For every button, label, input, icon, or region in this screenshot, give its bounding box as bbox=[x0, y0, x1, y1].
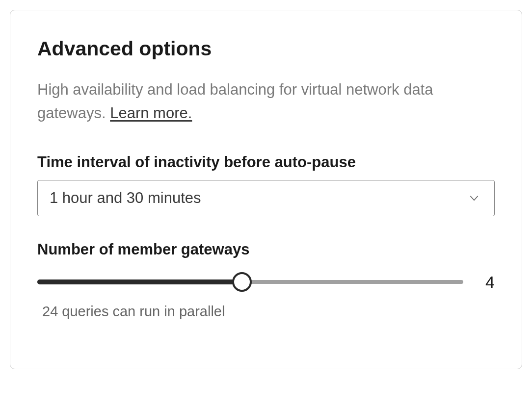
time-interval-dropdown[interactable]: 1 hour and 30 minutes bbox=[37, 180, 495, 216]
dropdown-selected-value: 1 hour and 30 minutes bbox=[50, 189, 201, 207]
learn-more-link[interactable]: Learn more. bbox=[110, 104, 192, 122]
description-text: High availability and load balancing for… bbox=[37, 81, 433, 122]
slider-track-active bbox=[37, 279, 242, 284]
time-interval-label: Time interval of inactivity before auto-… bbox=[37, 153, 495, 171]
gateways-slider[interactable] bbox=[37, 272, 463, 292]
panel-heading: Advanced options bbox=[37, 37, 495, 60]
gateways-helper-text: 24 queries can run in parallel bbox=[37, 304, 495, 320]
chevron-down-icon bbox=[468, 192, 480, 204]
advanced-options-panel: Advanced options High availability and l… bbox=[10, 10, 522, 369]
time-interval-field: Time interval of inactivity before auto-… bbox=[37, 153, 495, 216]
panel-description: High availability and load balancing for… bbox=[37, 78, 495, 125]
gateways-label: Number of member gateways bbox=[37, 241, 495, 258]
gateways-field: Number of member gateways 4 24 queries c… bbox=[37, 241, 495, 320]
slider-thumb[interactable] bbox=[232, 272, 252, 292]
gateways-value: 4 bbox=[480, 273, 495, 292]
gateways-slider-row: 4 bbox=[37, 272, 495, 292]
